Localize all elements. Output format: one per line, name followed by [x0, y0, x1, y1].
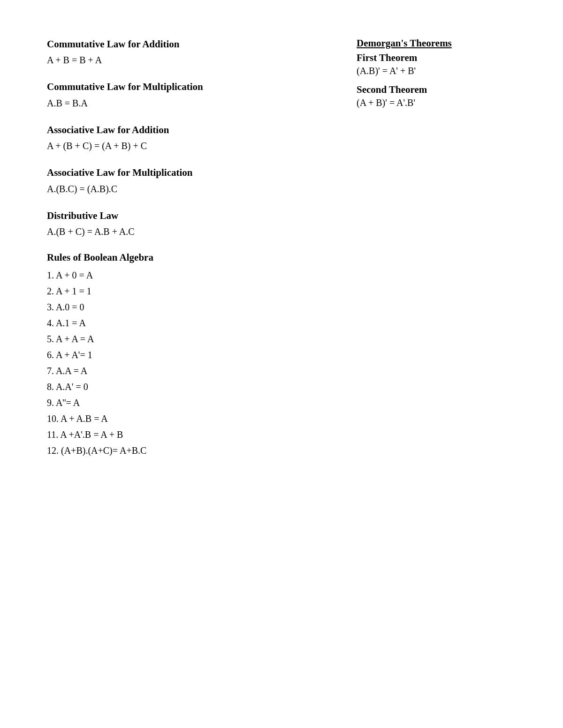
rule-8: 8. A.A' = 0: [47, 379, 328, 395]
law-title-associative-multiplication: Associative Law for Multiplication: [47, 166, 328, 180]
rule-2: 2. A + 1 = 1: [47, 283, 328, 299]
demorgan-main-title: Demorgan's Theorems: [357, 38, 516, 49]
left-column: Commutative Law for Addition A + B = B +…: [47, 38, 328, 472]
rule-7: 7. A.A = A: [47, 363, 328, 379]
law-block-associative-addition: Associative Law for Addition A + (B + C)…: [47, 123, 328, 153]
law-formula-commutative-addition: A + B = B + A: [47, 53, 328, 67]
law-formula-associative-addition: A + (B + C) = (A + B) + C: [47, 139, 328, 153]
law-title-associative-addition: Associative Law for Addition: [47, 123, 328, 137]
rules-block: Rules of Boolean Algebra 1. A + 0 = A 2.…: [47, 252, 328, 458]
rule-3: 3. A.0 = 0: [47, 299, 328, 315]
law-title-commutative-addition: Commutative Law for Addition: [47, 38, 328, 51]
law-formula-distributive: A.(B + C) = A.B + A.C: [47, 225, 328, 239]
rule-1: 1. A + 0 = A: [47, 267, 328, 283]
law-title-distributive: Distributive Law: [47, 209, 328, 223]
rule-12: 12. (A+B).(A+C)= A+B.C: [47, 443, 328, 458]
law-formula-associative-multiplication: A.(B.C) = (A.B).C: [47, 182, 328, 196]
law-block-associative-multiplication: Associative Law for Multiplication A.(B.…: [47, 166, 328, 195]
page-layout: Commutative Law for Addition A + B = B +…: [47, 38, 516, 472]
law-block-distributive: Distributive Law A.(B + C) = A.B + A.C: [47, 209, 328, 239]
rules-list: 1. A + 0 = A 2. A + 1 = 1 3. A.0 = 0 4. …: [47, 267, 328, 458]
demorgan-second-theorem-formula: (A + B)' = A'.B': [357, 98, 516, 108]
law-block-commutative-addition: Commutative Law for Addition A + B = B +…: [47, 38, 328, 67]
rules-title: Rules of Boolean Algebra: [47, 252, 328, 263]
right-column: Demorgan's Theorems First Theorem (A.B)'…: [357, 38, 516, 116]
rule-10: 10. A + A.B = A: [47, 411, 328, 427]
rule-11: 11. A +A'.B = A + B: [47, 427, 328, 443]
rule-9: 9. A''= A: [47, 395, 328, 411]
rule-4: 4. A.1 = A: [47, 315, 328, 331]
law-formula-commutative-multiplication: A.B = B.A: [47, 96, 328, 110]
law-block-commutative-multiplication: Commutative Law for Multiplication A.B =…: [47, 80, 328, 110]
demorgan-second-theorem-label: Second Theorem: [357, 84, 516, 96]
demorgan-first-theorem-formula: (A.B)' = A' + B': [357, 66, 516, 76]
law-title-commutative-multiplication: Commutative Law for Multiplication: [47, 80, 328, 94]
rule-5: 5. A + A = A: [47, 331, 328, 347]
demorgan-first-theorem-label: First Theorem: [357, 52, 516, 64]
rule-6: 6. A + A'= 1: [47, 347, 328, 363]
